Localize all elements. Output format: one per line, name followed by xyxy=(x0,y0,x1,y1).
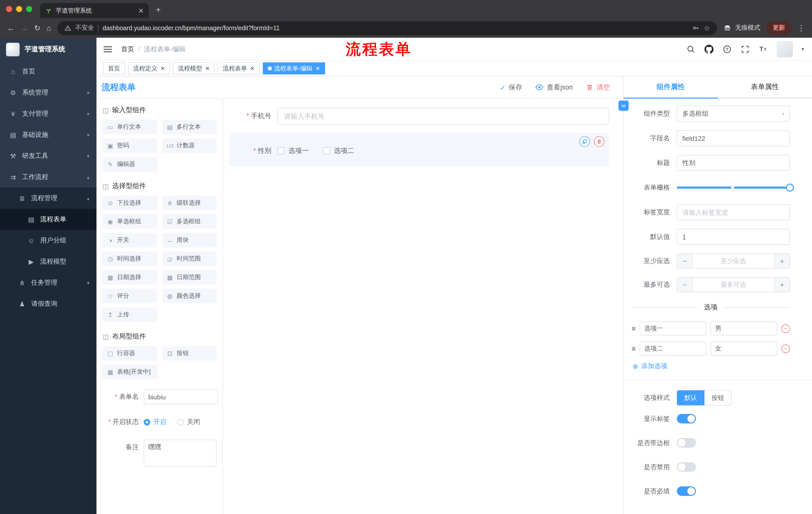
required-toggle[interactable] xyxy=(677,486,696,496)
browser-tab[interactable]: 芋道管理系统 ✕ xyxy=(40,3,149,18)
sidebar-item-leave-query[interactable]: ♟请假查询 xyxy=(0,293,96,314)
radio-status-on[interactable]: 开启 xyxy=(144,417,166,427)
form-canvas[interactable]: 手机号 性别 选项一选项二 xyxy=(223,99,623,514)
breadcrumb-home[interactable]: 首页 xyxy=(121,45,134,54)
github-icon[interactable] xyxy=(704,44,714,54)
remark-textarea[interactable]: 嘿嘿 xyxy=(144,439,216,467)
link-icon[interactable]: ∞ xyxy=(618,101,629,111)
style-button-button[interactable]: 按钮 xyxy=(704,390,732,405)
browser-menu-icon[interactable]: ⋮ xyxy=(798,23,805,32)
sidebar-item-infrastructure[interactable]: ▤基础设施▾ xyxy=(0,124,96,145)
min-select-input[interactable] xyxy=(692,254,774,268)
tag-close-icon[interactable]: ✕ xyxy=(315,65,320,72)
minus-icon[interactable]: − xyxy=(677,278,692,292)
sidebar-item-home[interactable]: ⌂首页 xyxy=(0,61,96,82)
tag-process-form-edit[interactable]: 流程表单-编辑✕ xyxy=(263,62,325,75)
field-name-input[interactable] xyxy=(677,130,790,146)
title-input[interactable] xyxy=(677,155,790,171)
show-label-toggle[interactable] xyxy=(677,414,696,424)
palette-item-date-picker[interactable]: ▦日期选择 xyxy=(103,270,157,285)
option-label-input[interactable] xyxy=(640,342,706,356)
label-width-input[interactable] xyxy=(677,204,790,220)
palette-item-color-picker[interactable]: ◍颜色选择 xyxy=(162,289,216,303)
add-option-button[interactable]: ⊕ 添加选项 xyxy=(633,361,790,371)
slider-handle[interactable] xyxy=(786,184,794,192)
palette-item-row-container[interactable]: ▢行容器 xyxy=(103,346,157,360)
save-button[interactable]: ✓ 保存 xyxy=(500,83,522,92)
maximize-window-button[interactable] xyxy=(26,6,32,12)
font-size-icon[interactable]: TT xyxy=(759,44,768,54)
palette-item-counter[interactable]: 123计数器 xyxy=(162,138,216,153)
checkbox-option[interactable]: 选项一 xyxy=(278,146,309,155)
palette-item-time-picker[interactable]: ◷时间选择 xyxy=(103,251,157,266)
sidebar-item-dev-tools[interactable]: ⚒研发工具▾ xyxy=(0,145,96,166)
palette-item-rate[interactable]: ☆评分 xyxy=(103,289,157,303)
update-button[interactable]: 更新 xyxy=(766,21,791,35)
with-border-toggle[interactable] xyxy=(677,438,696,448)
tag-close-icon[interactable]: ✕ xyxy=(205,65,209,72)
option-value-input[interactable] xyxy=(710,321,777,335)
palette-item-upload[interactable]: ↥上传 xyxy=(103,307,157,322)
copy-icon[interactable] xyxy=(579,136,590,147)
sidebar-item-payment-management[interactable]: ¥支付管理▾ xyxy=(0,103,96,124)
back-icon[interactable]: ← xyxy=(7,24,14,32)
palette-item-editor[interactable]: ✎编辑器 xyxy=(103,157,157,171)
drag-handle-icon[interactable]: ≡ xyxy=(632,324,636,332)
view-json-button[interactable]: 查看json xyxy=(535,83,573,92)
canvas-field-phone[interactable]: 手机号 xyxy=(229,108,609,125)
tab-close-icon[interactable]: ✕ xyxy=(138,7,144,14)
palette-item-password[interactable]: ▣密码 xyxy=(103,138,157,153)
search-icon[interactable] xyxy=(686,44,696,54)
tag-home[interactable]: 首页 xyxy=(103,62,125,75)
hamburger-icon[interactable] xyxy=(104,46,112,52)
forward-icon[interactable]: → xyxy=(21,24,28,32)
plus-icon[interactable]: + xyxy=(774,278,789,292)
minus-icon[interactable]: − xyxy=(677,254,692,268)
sidebar-item-task-management[interactable]: ⋔任务管理▾ xyxy=(0,272,96,293)
slider-track[interactable] xyxy=(677,187,790,189)
disabled-toggle[interactable] xyxy=(677,462,696,472)
sidebar-item-workflow[interactable]: ⇉工作流程▴ xyxy=(0,166,96,188)
sidebar-logo[interactable]: 芋道管理系统 xyxy=(0,38,96,61)
url-input[interactable]: 不安全 dashboard.yudao.iocoder.cn/bpm/manag… xyxy=(57,21,717,35)
max-select-input[interactable] xyxy=(692,278,774,292)
tag-process-definition[interactable]: 流程定义✕ xyxy=(128,62,170,75)
default-value-input[interactable] xyxy=(677,229,790,245)
palette-item-cascader[interactable]: ⋔级联选择 xyxy=(162,196,216,210)
fullscreen-icon[interactable] xyxy=(741,44,750,54)
palette-item-switch[interactable]: ◑开关 xyxy=(103,233,157,247)
drag-handle-icon[interactable]: ≡ xyxy=(632,345,636,353)
avatar[interactable] xyxy=(777,41,793,57)
palette-item-table[interactable]: ▦表格[开发中] xyxy=(103,364,157,379)
palette-item-select[interactable]: ⊙下拉选择 xyxy=(103,196,157,210)
palette-item-multi-line-text[interactable]: ▤多行文本 xyxy=(162,120,216,134)
palette-item-checkbox-group[interactable]: ☑多选框组 xyxy=(162,214,216,229)
remove-option-icon[interactable]: − xyxy=(781,344,790,353)
component-type-select[interactable]: 多选框组 ▾ xyxy=(677,106,790,122)
palette-item-time-range[interactable]: ◶时间范围 xyxy=(162,251,216,266)
option-label-input[interactable] xyxy=(640,321,706,335)
new-tab-button[interactable]: + xyxy=(156,5,161,15)
delete-icon[interactable] xyxy=(594,136,605,147)
grid-slider[interactable] xyxy=(677,180,790,196)
tag-process-form[interactable]: 流程表单✕ xyxy=(218,62,260,75)
palette-item-date-range[interactable]: ▩日期范围 xyxy=(162,270,216,285)
plus-icon[interactable]: + xyxy=(774,254,789,268)
radio-status-off[interactable]: 关闭 xyxy=(177,417,200,427)
minimize-window-button[interactable] xyxy=(16,6,22,12)
sidebar-item-user-group[interactable]: ☺用户分组 xyxy=(0,230,96,251)
form-name-input[interactable] xyxy=(144,389,218,404)
browser-home-icon[interactable]: ⌂ xyxy=(47,24,51,32)
sidebar-item-process-management[interactable]: ≣流程管理▴ xyxy=(0,188,96,209)
bookmark-star-icon[interactable]: ☆ xyxy=(704,24,710,32)
sidebar-item-system-management[interactable]: ⚙系统管理▾ xyxy=(0,82,96,103)
key-icon[interactable] xyxy=(692,24,700,32)
clear-button[interactable]: 清空 xyxy=(586,83,610,92)
tab-component-props[interactable]: 组件属性 xyxy=(624,77,718,99)
palette-item-button[interactable]: ⊡按钮 xyxy=(162,346,216,360)
palette-item-slider[interactable]: ↔滑块 xyxy=(162,233,216,247)
canvas-field-gender-selected[interactable]: 性别 选项一选项二 xyxy=(229,133,609,166)
phone-input[interactable] xyxy=(278,108,609,125)
tag-process-model[interactable]: 流程模型✕ xyxy=(173,62,214,75)
tag-close-icon[interactable]: ✕ xyxy=(160,65,165,72)
